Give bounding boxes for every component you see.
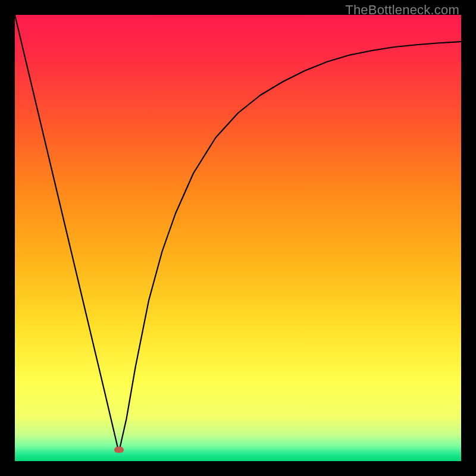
curve-layer [15,15,461,461]
optimum-marker [114,447,124,453]
bottleneck-curve [15,15,461,452]
